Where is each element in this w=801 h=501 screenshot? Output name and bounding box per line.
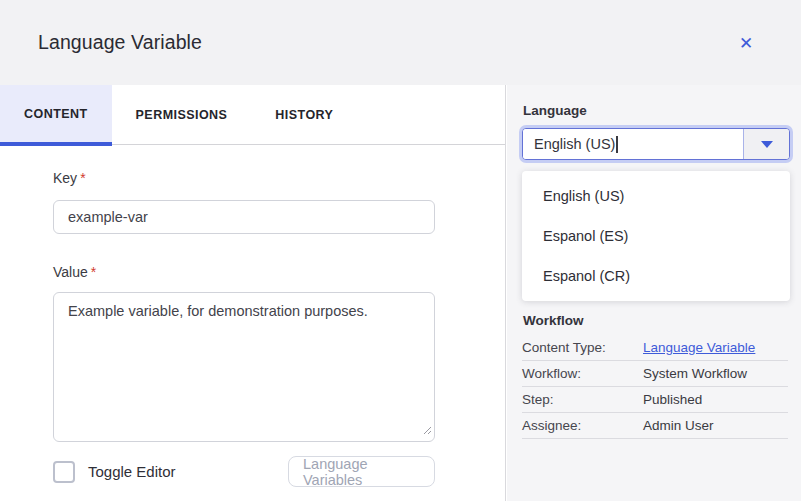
workflow-table: Content Type: Language Variable Workflow…	[522, 335, 788, 439]
tab-history-label: HISTORY	[275, 108, 333, 122]
resize-handle-icon[interactable]	[423, 421, 432, 439]
workflow-heading: Workflow	[523, 313, 788, 328]
value-textarea[interactable]: Example variable, for demonstration purp…	[53, 292, 435, 442]
workflow-row-assignee: Assignee: Admin User	[522, 413, 788, 439]
key-input[interactable]	[53, 200, 435, 234]
content-type-tag-placeholder: Language Variables	[303, 456, 420, 488]
toggle-editor-checkbox[interactable]	[53, 461, 75, 483]
toggle-editor-group: Toggle Editor	[53, 461, 176, 483]
language-combobox: English (US)	[522, 128, 790, 160]
row-label: Workflow:	[522, 366, 643, 381]
language-option-espanol-es[interactable]: Espanol (ES)	[522, 216, 790, 256]
content-type-link[interactable]: Language Variable	[643, 340, 755, 355]
workflow-row-step: Step: Published	[522, 387, 788, 413]
language-option-espanol-cr[interactable]: Espanol (CR)	[522, 256, 790, 296]
toggle-editor-label: Toggle Editor	[88, 463, 176, 480]
row-label: Content Type:	[522, 340, 643, 355]
value-label: Value*	[53, 264, 96, 280]
language-variable-dialog: Language Variable ✕ CONTENT PERMISSIONS …	[0, 0, 801, 501]
tab-content-label: CONTENT	[24, 107, 88, 121]
chevron-down-icon	[761, 141, 773, 148]
value-required-marker: *	[91, 264, 96, 280]
language-combobox-input[interactable]: English (US)	[523, 129, 743, 159]
sidebar: Language English (US) English (US) Espan…	[507, 85, 801, 501]
content-pane: CONTENT PERMISSIONS HISTORY Key* Value* …	[0, 85, 506, 501]
dialog-header: Language Variable ✕	[0, 0, 801, 85]
form-footer-row: Toggle Editor Language Variables	[53, 456, 435, 487]
tab-content[interactable]: CONTENT	[0, 85, 112, 146]
workflow-row-content-type: Content Type: Language Variable	[522, 335, 788, 361]
tab-history[interactable]: HISTORY	[251, 85, 357, 144]
language-dropdown-panel: English (US) Espanol (ES) Espanol (CR)	[522, 171, 790, 301]
key-label: Key*	[53, 170, 86, 186]
key-required-marker: *	[80, 170, 85, 186]
language-dropdown-button[interactable]	[743, 129, 789, 159]
value-field-group: Value* Example variable, for demonstrati…	[53, 263, 505, 442]
language-option-english-us[interactable]: English (US)	[522, 176, 790, 216]
row-value: Admin User	[643, 418, 714, 433]
key-field-group: Key*	[53, 169, 505, 234]
content-form: Key* Value* Example variable, for demons…	[0, 145, 505, 487]
row-value: System Workflow	[643, 366, 747, 381]
language-selected-value: English (US)	[534, 136, 615, 152]
tab-permissions-label: PERMISSIONS	[136, 108, 228, 122]
workflow-row-workflow: Workflow: System Workflow	[522, 361, 788, 387]
tab-permissions[interactable]: PERMISSIONS	[112, 85, 252, 144]
row-label: Step:	[522, 392, 643, 407]
tab-bar: CONTENT PERMISSIONS HISTORY	[0, 85, 505, 145]
content-type-tag-field[interactable]: Language Variables	[288, 456, 435, 487]
dialog-title: Language Variable	[38, 31, 202, 54]
row-value: Published	[643, 392, 702, 407]
row-label: Assignee:	[522, 418, 643, 433]
language-label: Language	[523, 103, 788, 118]
text-cursor	[616, 136, 618, 153]
close-icon[interactable]: ✕	[733, 30, 759, 56]
